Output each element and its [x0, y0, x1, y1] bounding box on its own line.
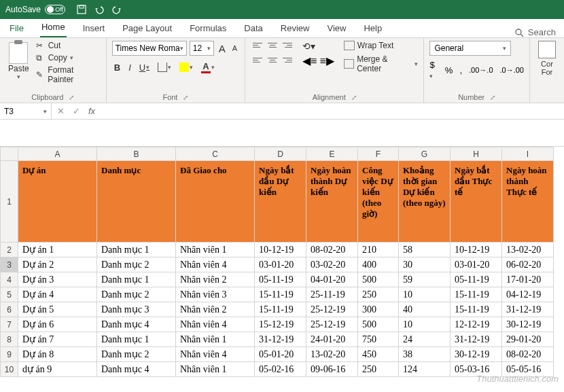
header-cell[interactable]: Ngày bắt đầu Dự kiến — [255, 161, 306, 243]
data-cell[interactable]: 24 — [399, 332, 451, 347]
underline-button[interactable]: U▾ — [137, 61, 152, 74]
data-cell[interactable]: 40 — [399, 302, 451, 317]
data-cell[interactable]: 05-02-16 — [255, 362, 306, 377]
bold-button[interactable]: B — [112, 61, 122, 74]
fill-color-button[interactable]: ▾ — [177, 61, 195, 73]
data-cell[interactable]: 300 — [358, 302, 399, 317]
data-cell[interactable]: Dự án 8 — [18, 347, 97, 362]
autosave-toggle[interactable]: AutoSave Off — [5, 5, 65, 14]
tab-help[interactable]: Help — [362, 19, 383, 37]
increase-indent-button[interactable]: ≡▶ — [319, 54, 334, 67]
column-header[interactable]: G — [399, 147, 451, 161]
column-header[interactable]: D — [255, 147, 306, 161]
data-cell[interactable]: 10-12-19 — [255, 243, 306, 257]
data-cell[interactable]: Danh mục 3 — [97, 302, 176, 317]
data-cell[interactable]: Danh mục 1 — [97, 332, 176, 347]
data-cell[interactable]: 15-11-19 — [255, 287, 306, 302]
enter-icon[interactable]: ✓ — [73, 106, 80, 116]
data-cell[interactable]: 03-01-20 — [451, 257, 502, 272]
data-cell[interactable]: 15-11-19 — [255, 302, 306, 317]
align-right-button[interactable] — [281, 56, 294, 69]
data-cell[interactable]: 31-12-19 — [502, 302, 554, 317]
number-format-select[interactable]: General▾ — [429, 41, 511, 56]
font-size-select[interactable]: 12▾ — [190, 41, 214, 56]
data-cell[interactable]: 05-11-19 — [451, 272, 502, 287]
data-cell[interactable]: 58 — [399, 243, 451, 257]
percent-format-button[interactable]: % — [445, 65, 453, 75]
cut-button[interactable]: ✂Cut — [36, 41, 101, 50]
align-top-right-button[interactable] — [281, 41, 294, 54]
data-cell[interactable]: 04-01-20 — [306, 272, 358, 287]
redo-icon[interactable] — [111, 4, 122, 15]
data-cell[interactable]: Danh mục 1 — [97, 243, 176, 257]
row-header[interactable]: 6 — [1, 302, 18, 317]
tab-review[interactable]: Review — [279, 19, 311, 37]
data-cell[interactable]: Dự án 4 — [18, 287, 97, 302]
data-cell[interactable]: Danh mục 4 — [97, 317, 176, 332]
accounting-format-button[interactable]: $ ▾ — [429, 60, 438, 80]
row-header[interactable]: 10 — [1, 362, 18, 377]
data-cell[interactable]: 210 — [358, 243, 399, 257]
merge-center-button[interactable]: Merge & Center▾ — [344, 54, 419, 73]
cancel-icon[interactable]: ✕ — [57, 106, 65, 116]
data-cell[interactable]: 500 — [358, 317, 399, 332]
data-cell[interactable]: 30-12-19 — [502, 317, 554, 332]
data-cell[interactable]: Nhân viên 2 — [176, 272, 255, 287]
dialog-launcher-icon[interactable]: ⤢ — [69, 94, 74, 101]
tab-view[interactable]: View — [325, 19, 347, 37]
header-cell[interactable]: Khoảng thời gian Dự kiến (theo ngày) — [399, 161, 451, 243]
data-cell[interactable]: 250 — [358, 287, 399, 302]
column-header[interactable]: A — [18, 147, 97, 161]
data-cell[interactable]: 09-06-16 — [306, 362, 358, 377]
data-cell[interactable]: Nhân viên 2 — [176, 302, 255, 317]
column-header[interactable]: F — [358, 147, 399, 161]
data-cell[interactable]: Dự án 7 — [18, 332, 97, 347]
data-cell[interactable]: Danh mục 2 — [97, 347, 176, 362]
orientation-button[interactable]: ⟲▾ — [302, 41, 334, 52]
data-cell[interactable]: 05-11-19 — [255, 272, 306, 287]
data-cell[interactable]: 30-12-19 — [451, 347, 502, 362]
data-cell[interactable]: 250 — [358, 362, 399, 377]
data-cell[interactable]: 25-12-19 — [306, 302, 358, 317]
data-cell[interactable]: 03-01-20 — [255, 257, 306, 272]
data-cell[interactable]: Danh mục 2 — [97, 287, 176, 302]
data-cell[interactable]: 04-12-19 — [502, 287, 554, 302]
data-cell[interactable]: Nhân viên 1 — [176, 362, 255, 377]
font-color-button[interactable]: A▾ — [199, 60, 216, 75]
data-cell[interactable]: dự án 9 — [18, 362, 97, 377]
data-cell[interactable]: 750 — [358, 332, 399, 347]
format-painter-button[interactable]: ✎Format Painter — [36, 65, 101, 84]
data-cell[interactable]: Danh mục 4 — [97, 362, 176, 377]
data-cell[interactable]: Dự án 1 — [18, 243, 97, 257]
align-left-button[interactable] — [251, 56, 264, 69]
row-header[interactable]: 1 — [1, 161, 18, 243]
data-cell[interactable]: 10 — [399, 317, 451, 332]
fx-icon[interactable]: fx — [88, 106, 95, 116]
tab-page-layout[interactable]: Page Layout — [121, 19, 173, 37]
column-header[interactable]: B — [97, 147, 176, 161]
data-cell[interactable]: 05-01-20 — [255, 347, 306, 362]
data-cell[interactable]: Danh mục 2 — [97, 257, 176, 272]
data-cell[interactable]: Nhân viên 4 — [176, 317, 255, 332]
row-header[interactable]: 4 — [1, 272, 18, 287]
data-cell[interactable]: 29-01-20 — [502, 332, 554, 347]
data-cell[interactable]: 500 — [358, 272, 399, 287]
data-cell[interactable]: 17-01-20 — [502, 272, 554, 287]
row-header[interactable]: 5 — [1, 287, 18, 302]
align-center-button[interactable] — [266, 56, 279, 69]
data-cell[interactable]: 25-12-19 — [306, 317, 358, 332]
data-cell[interactable]: 450 — [358, 347, 399, 362]
data-cell[interactable]: 15-12-19 — [255, 317, 306, 332]
data-cell[interactable]: Nhân viên 1 — [176, 243, 255, 257]
data-cell[interactable]: Dự án 5 — [18, 302, 97, 317]
dialog-launcher-icon[interactable]: ⤢ — [490, 94, 495, 101]
header-cell[interactable]: Ngày hoàn thành Thực tế — [502, 161, 554, 243]
align-top-center-button[interactable] — [266, 41, 279, 54]
data-cell[interactable]: 30 — [399, 257, 451, 272]
data-cell[interactable]: Nhân viên 4 — [176, 347, 255, 362]
name-box[interactable]: T3▾ — [0, 103, 52, 119]
data-cell[interactable]: 08-02-20 — [502, 347, 554, 362]
row-header[interactable]: 2 — [1, 243, 18, 257]
data-cell[interactable]: Nhân viên 4 — [176, 257, 255, 272]
data-cell[interactable]: 03-02-20 — [306, 257, 358, 272]
